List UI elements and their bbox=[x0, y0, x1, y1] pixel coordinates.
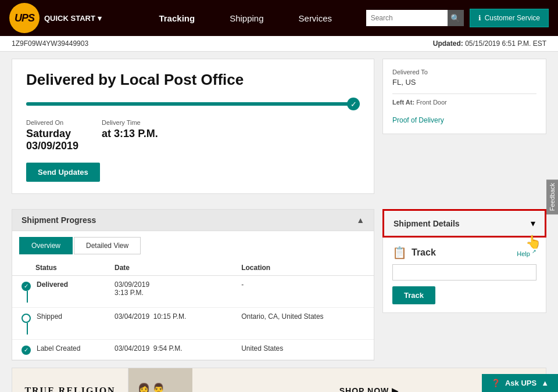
col-date: Date bbox=[105, 260, 232, 276]
chevron-down-icon: ▾ bbox=[531, 218, 535, 229]
view-tabs: Overview Detailed View bbox=[12, 231, 374, 260]
nav-links: Tracking Shipping Services bbox=[125, 13, 366, 23]
ask-ups-label: Ask UPS bbox=[505, 379, 536, 387]
shipment-progress-panel: Shipment Progress ▲ Overview Detailed Vi… bbox=[12, 209, 374, 361]
delivered-to-value: FL, US bbox=[392, 78, 536, 87]
right-delivery-card: Delivered To FL, US Left At: Front Door … bbox=[382, 59, 546, 134]
status-label-created: ✓ Label Created bbox=[12, 340, 105, 360]
send-updates-button[interactable]: Send Updates bbox=[26, 163, 100, 182]
progress-bar: ✓ bbox=[26, 99, 360, 109]
updated-text: Updated: 05/15/2019 6:51 P.M. EST bbox=[433, 39, 546, 48]
delivery-card: Delivered by Local Post Office ✓ Deliver… bbox=[12, 59, 374, 194]
tab-overview[interactable]: Overview bbox=[19, 237, 73, 254]
delivered-on-label: Delivered On bbox=[26, 119, 78, 126]
left-at-label: Left At: Front Door bbox=[392, 99, 536, 106]
track-panel-header: 📋 Track Help ↗ bbox=[392, 246, 536, 260]
label-created-date: 03/04/2019 9:54 P.M. bbox=[105, 340, 232, 360]
shipment-table: Status Date Location ✓ Delivered bbox=[12, 260, 374, 360]
delivered-to-label: Delivered To bbox=[392, 69, 536, 75]
tracking-bar: 1Z9F09W4YW39449903 Updated: 05/15/2019 6… bbox=[0, 36, 558, 52]
search-box: 🔍 bbox=[366, 10, 464, 26]
label-created-dot: ✓ bbox=[22, 346, 31, 355]
shipment-details-title: Shipment Details bbox=[394, 219, 460, 228]
search-button[interactable]: 🔍 bbox=[448, 10, 464, 26]
progress-bar-fill bbox=[26, 102, 350, 106]
info-icon: ℹ bbox=[478, 14, 481, 22]
tab-detailed[interactable]: Detailed View bbox=[74, 237, 141, 254]
tracking-number: 1Z9F09W4YW39449903 bbox=[12, 39, 88, 48]
question-icon: ❓ bbox=[491, 379, 500, 387]
quick-start-chevron: ▾ bbox=[98, 14, 102, 23]
table-row: ✓ Label Created 03/04/2019 9:54 P.M. Uni… bbox=[12, 340, 374, 360]
shipped-dot bbox=[22, 314, 31, 323]
cursor-hand-icon: 👆 bbox=[525, 235, 541, 250]
track-input[interactable] bbox=[392, 264, 536, 280]
feedback-tab[interactable]: Feedback bbox=[546, 179, 558, 214]
delivered-day: Saturday bbox=[26, 128, 78, 140]
delivery-info-row: Delivered On Saturday 03/09/2019 Deliver… bbox=[26, 119, 360, 152]
barcode-icon: 📋 bbox=[392, 246, 407, 260]
v-line bbox=[27, 323, 28, 335]
customer-service-button[interactable]: ℹ Customer Service bbox=[470, 9, 549, 27]
table-row: ✓ Delivered 03/09/20193:13 P.M. - bbox=[12, 276, 374, 308]
track-title: Track bbox=[412, 247, 436, 258]
ups-logo-text: UPS bbox=[15, 12, 34, 24]
delivery-time-section: Delivery Time at 3:13 P.M. bbox=[102, 119, 158, 152]
nav-shipping[interactable]: Shipping bbox=[230, 13, 263, 23]
customer-service-label: Customer Service bbox=[485, 14, 540, 22]
delivery-time-label: Delivery Time bbox=[102, 119, 158, 126]
col-status: Status bbox=[12, 260, 105, 276]
banner-people-icon: 👫 bbox=[133, 382, 169, 392]
proof-of-delivery-link[interactable]: Proof of Delivery bbox=[392, 116, 444, 124]
chevron-up-icon: ▲ bbox=[541, 379, 549, 387]
shipped-date: 03/04/2019 10:15 P.M. bbox=[105, 308, 232, 340]
updated-label: Updated: bbox=[433, 39, 463, 48]
shipment-progress-title: Shipment Progress bbox=[22, 215, 96, 225]
main-content: Delivered by Local Post Office ✓ Deliver… bbox=[0, 52, 558, 209]
table-row: Shipped 03/04/2019 10:15 P.M. Ontario, C… bbox=[12, 308, 374, 340]
delivered-on-section: Delivered On Saturday 03/09/2019 bbox=[26, 119, 78, 152]
banner-logo-area: True Religion bbox=[12, 368, 128, 392]
banner: True Religion 👫 SHOP NOW ▶ bbox=[12, 368, 546, 392]
delivery-title: Delivered by Local Post Office bbox=[26, 71, 360, 89]
navbar: UPS QUICK START ▾ Tracking Shipping Serv… bbox=[0, 0, 558, 36]
ask-ups-bar[interactable]: ❓ Ask UPS ▲ bbox=[482, 374, 558, 392]
quick-start-menu[interactable]: QUICK START ▾ bbox=[44, 14, 102, 23]
delivered-date: 03/09/20193:13 P.M. bbox=[105, 276, 232, 308]
search-input[interactable] bbox=[366, 10, 448, 26]
progress-checkmark: ✓ bbox=[347, 98, 360, 110]
nav-services[interactable]: Services bbox=[299, 13, 332, 23]
left-panel: Delivered by Local Post Office ✓ Deliver… bbox=[12, 59, 374, 202]
ups-logo[interactable]: UPS bbox=[9, 3, 40, 33]
collapse-button[interactable]: ▲ bbox=[356, 215, 364, 225]
shipment-progress-header: Shipment Progress ▲ bbox=[12, 210, 374, 231]
shipped-location: Ontario, CA, United States bbox=[232, 308, 374, 340]
label-created-location: United States bbox=[232, 340, 374, 360]
delivery-time-value: at 3:13 P.M. bbox=[102, 128, 158, 140]
banner-image-area: 👫 bbox=[128, 368, 192, 392]
shipment-details-panel: Shipment Details ▾ 👆 📋 Track Help ↗ Trac… bbox=[382, 209, 546, 361]
nav-right: 🔍 ℹ Customer Service bbox=[366, 9, 549, 27]
v-line bbox=[27, 291, 28, 303]
col-location: Location bbox=[232, 260, 374, 276]
track-button[interactable]: Track bbox=[392, 286, 435, 304]
delivered-dot: ✓ bbox=[22, 282, 31, 291]
quick-start-label: QUICK START bbox=[44, 14, 95, 23]
shipment-section: Shipment Progress ▲ Overview Detailed Vi… bbox=[0, 209, 558, 368]
updated-value: 05/15/2019 6:51 P.M. EST bbox=[465, 39, 546, 48]
status-shipped: Shipped bbox=[12, 308, 105, 340]
delivered-date: 03/09/2019 bbox=[26, 140, 78, 152]
delivered-location: - bbox=[232, 276, 374, 308]
shipment-details-header[interactable]: Shipment Details ▾ 👆 bbox=[382, 209, 546, 238]
status-delivered: ✓ Delivered bbox=[12, 276, 105, 308]
nav-tracking[interactable]: Tracking bbox=[159, 13, 195, 23]
banner-logo-text: True Religion bbox=[24, 386, 115, 392]
track-panel: 📋 Track Help ↗ Track bbox=[382, 238, 546, 313]
